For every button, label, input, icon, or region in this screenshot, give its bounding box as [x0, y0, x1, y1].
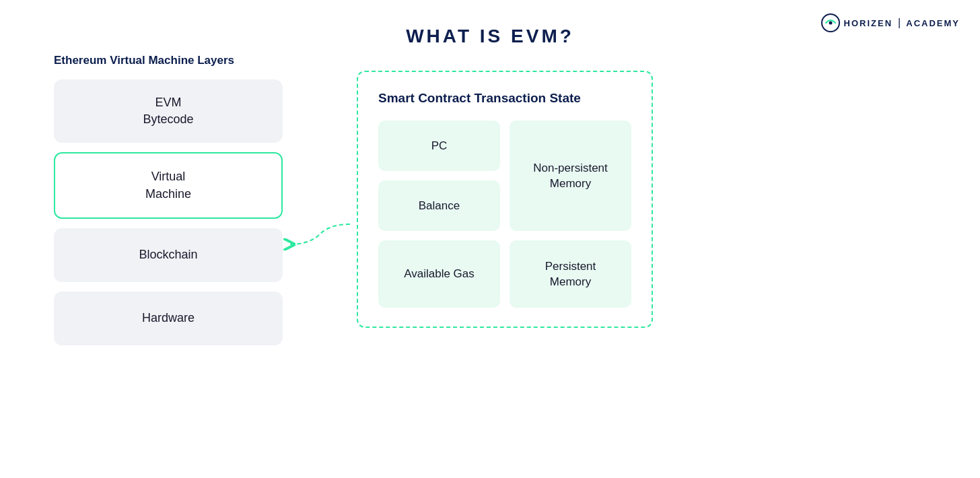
logo-brand: HORIZEN — [844, 18, 893, 28]
state-available-gas: Available Gas — [378, 240, 500, 308]
layer-evm-bytecode: EVMBytecode — [54, 79, 283, 143]
layer-hardware: Hardware — [54, 292, 283, 345]
layer-virtual-machine: VirtualMachine — [54, 152, 283, 218]
right-section: Smart Contract Transaction State PC Non-… — [357, 71, 653, 328]
evm-layers: EVMBytecode VirtualMachine Blockchain Ha… — [54, 79, 283, 345]
state-persistent-memory: PersistentMemory — [510, 240, 631, 308]
left-section: Ethereum Virtual Machine Layers EVMBytec… — [54, 54, 283, 345]
state-balance: Balance — [378, 180, 500, 231]
arrow-connector — [283, 217, 357, 251]
state-pc: PC — [378, 121, 500, 171]
horizen-logo-icon — [821, 13, 840, 32]
diagram-area: Ethereum Virtual Machine Layers EVMBytec… — [0, 54, 980, 345]
logo-product: ACADEMY — [906, 18, 960, 28]
state-non-persistent-memory: Non-persistentMemory — [510, 121, 631, 231]
layer-blockchain: Blockchain — [54, 228, 283, 282]
logo-separator: | — [898, 17, 901, 29]
logo: HORIZEN | ACADEMY — [821, 13, 960, 32]
arrow-svg — [283, 217, 357, 251]
svg-point-1 — [829, 22, 832, 25]
section-label: Ethereum Virtual Machine Layers — [54, 54, 283, 67]
state-grid: PC Non-persistentMemory Balance Availabl… — [378, 121, 631, 308]
smart-contract-title: Smart Contract Transaction State — [378, 91, 631, 106]
